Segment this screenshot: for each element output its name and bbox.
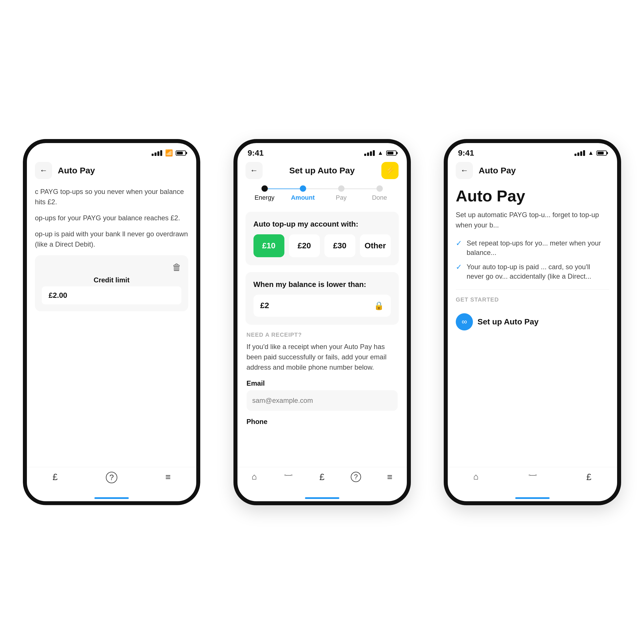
right-wifi-icon: ▲: [588, 150, 594, 156]
center-bottom-indicator: [305, 497, 339, 499]
right-bottom-indicator: [515, 497, 550, 499]
setup-autopay-button[interactable]: ∞ Set up Auto Pay: [456, 308, 609, 336]
autopay-main-title: Auto Pay: [456, 187, 609, 205]
right-signal-icon: [574, 150, 585, 156]
right-home-icon: ⌂: [473, 472, 479, 481]
left-nav-help[interactable]: ?: [83, 472, 140, 483]
left-nav-header: ← Auto Pay: [27, 160, 196, 181]
step-dot-energy: [261, 185, 268, 192]
right-nav-activity[interactable]: ◦—◦: [504, 472, 560, 478]
amount-buttons-group: £10 £20 £30 Other: [253, 234, 391, 257]
right-status-bar: 9:41 ▲: [448, 143, 617, 160]
left-help-icon: ?: [106, 472, 117, 483]
center-back-button[interactable]: ←: [245, 162, 263, 179]
right-activity-icon: ◦—◦: [528, 472, 536, 478]
right-nav-header: ← Auto Pay: [448, 160, 617, 181]
balance-card-title: When my balance is lower than:: [253, 280, 391, 289]
email-input[interactable]: [247, 390, 398, 411]
amount-card: Auto top-up my account with: £10 £20 £30…: [245, 212, 399, 265]
amount-card-title: Auto top-up my account with:: [253, 220, 391, 229]
center-battery-icon: [386, 150, 397, 156]
delete-icon[interactable]: 🗑: [172, 262, 181, 273]
left-bottom-nav: £ ? ≡: [27, 467, 196, 501]
center-menu-icon: ≡: [387, 472, 393, 482]
amount-btn-30[interactable]: £30: [324, 234, 355, 257]
center-nav-menu[interactable]: ≡: [373, 472, 407, 482]
left-phone: 📶 ← Auto Pay c PAYG top-ups so you never…: [23, 139, 200, 505]
center-payments-icon: £: [320, 472, 325, 482]
left-content: c PAYG top-ups so you never when your ba…: [27, 181, 196, 322]
center-help-icon: ?: [351, 472, 361, 482]
left-bottom-indicator: [94, 497, 129, 499]
left-desc1: c PAYG top-ups so you never when your ba…: [35, 187, 188, 207]
credit-limit-label: Credit limit: [94, 276, 129, 284]
lock-icon: 🔒: [374, 301, 384, 310]
amount-btn-10[interactable]: £10: [253, 234, 284, 257]
step-line-energy: [265, 189, 303, 189]
right-bottom-nav: ⌂ ◦—◦ £: [448, 467, 617, 501]
right-status-time: 9:41: [458, 148, 474, 158]
left-nav-menu[interactable]: ≡: [140, 472, 196, 482]
balance-field: £2 🔒: [253, 295, 391, 317]
right-nav-payments[interactable]: £: [561, 472, 617, 482]
center-wifi-icon: ▲: [378, 150, 383, 156]
right-payments-icon: £: [586, 472, 591, 482]
step-line-pay: [341, 189, 380, 189]
check-text-2: Your auto top-up is paid ... card, so yo…: [467, 262, 609, 281]
center-nav-payments[interactable]: £: [305, 472, 339, 482]
receipt-description: If you'd like a receipt when your Auto P…: [247, 342, 398, 372]
step-label-pay: Pay: [336, 194, 347, 201]
amount-btn-20[interactable]: £20: [289, 234, 320, 257]
right-nav-home[interactable]: ⌂: [448, 472, 504, 481]
check-item-1: ✓ Set repeat top-ups for yo... meter whe…: [456, 238, 609, 257]
check-item-2: ✓ Your auto top-up is paid ... card, so …: [456, 262, 609, 281]
receipt-section: NEED A RECEIPT? If you'd like a receipt …: [245, 332, 399, 426]
right-back-button[interactable]: ←: [456, 162, 473, 179]
check-icon-2: ✓: [456, 263, 462, 272]
credit-limit-value: £2.00: [42, 286, 181, 304]
phone-label: Phone: [247, 418, 398, 426]
setup-btn-label: Set up Auto Pay: [477, 317, 539, 326]
receipt-label: NEED A RECEIPT?: [247, 332, 398, 338]
step-line-amount: [303, 189, 341, 189]
center-screen-content: Auto top-up my account with: £10 £20 £30…: [237, 206, 407, 496]
center-nav-help[interactable]: ?: [339, 472, 373, 482]
step-done: Done: [360, 185, 399, 201]
step-indicator: Energy Amount Pay: [237, 181, 407, 206]
signal-icon: [152, 150, 162, 156]
step-label-amount: Amount: [291, 194, 315, 201]
center-status-bar: 9:41 ▲: [237, 143, 407, 160]
right-nav-title: Auto Pay: [479, 166, 516, 175]
center-nav-header: ← Set up Auto Pay ⚡: [237, 160, 407, 181]
center-nav-activity[interactable]: ◦—◦: [271, 472, 305, 478]
step-energy: Energy: [245, 185, 284, 201]
email-label: Email: [247, 379, 398, 387]
right-battery-icon: [597, 150, 607, 156]
center-phone: 9:41 ▲ ← Set up Auto Pay ⚡: [233, 139, 411, 505]
lightning-icon: ⚡: [385, 166, 395, 175]
center-action-button[interactable]: ⚡: [381, 162, 399, 179]
setup-btn-icon: ∞: [456, 313, 473, 330]
check-text-1: Set repeat top-ups for yo... meter when …: [467, 238, 609, 257]
right-phone: 9:41 ▲ ← Auto Pay Auto Pay Set up automa…: [444, 139, 621, 505]
check-icon-1: ✓: [456, 239, 462, 248]
left-payments-icon: £: [53, 472, 58, 482]
step-dot-done: [377, 185, 383, 192]
center-status-icons: ▲: [364, 150, 397, 156]
left-credit-card: 🗑 Credit limit £2.00: [35, 255, 188, 311]
step-dot-amount: [300, 185, 306, 192]
center-home-icon: ⌂: [252, 472, 257, 481]
center-nav-home[interactable]: ⌂: [237, 472, 271, 481]
center-bottom-nav: ⌂ ◦—◦ £ ? ≡: [237, 467, 407, 501]
right-content: Auto Pay Set up automatic PAYG top-u... …: [448, 181, 617, 342]
center-nav-title: Set up Auto Pay: [289, 166, 355, 175]
step-label-done: Done: [372, 194, 387, 201]
left-menu-icon: ≡: [165, 472, 171, 482]
left-desc2: op-ups for your PAYG your balance reache…: [35, 213, 188, 223]
amount-btn-other[interactable]: Other: [360, 234, 391, 257]
center-status-time: 9:41: [248, 148, 264, 158]
left-nav-payments[interactable]: £: [27, 472, 83, 482]
left-back-button[interactable]: ←: [35, 162, 52, 179]
wifi-icon: 📶: [165, 149, 173, 157]
autopay-description: Set up automatic PAYG top-u... forget to…: [456, 210, 609, 230]
